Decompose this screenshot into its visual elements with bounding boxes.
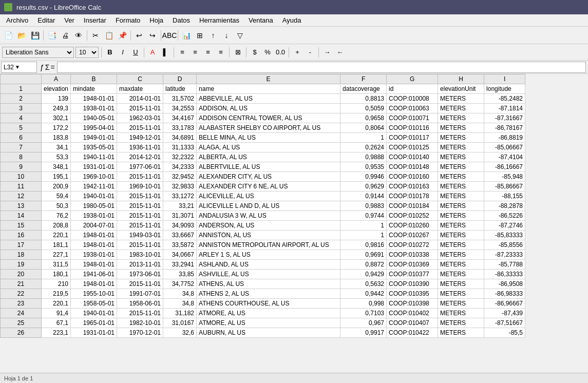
cell[interactable]: 0,7103 bbox=[340, 309, 387, 318]
chart-button[interactable]: 📊 bbox=[180, 29, 193, 42]
sum-icon[interactable]: Σ bbox=[45, 63, 50, 71]
cell[interactable]: 181,1 bbox=[42, 240, 71, 250]
cell[interactable]: 34,8 bbox=[163, 299, 197, 309]
col-header-C[interactable]: C bbox=[117, 74, 163, 84]
menu-formato[interactable]: Formato bbox=[111, 15, 144, 25]
cell[interactable]: 2013-11-01 bbox=[117, 260, 163, 270]
new-button[interactable]: 📄 bbox=[2, 29, 14, 42]
print-button[interactable]: 🖨 bbox=[59, 29, 71, 42]
cell[interactable]: -87,51667 bbox=[484, 318, 525, 328]
cell[interactable]: METERS bbox=[438, 279, 484, 289]
save-button[interactable]: 💾 bbox=[29, 29, 41, 42]
cell[interactable]: 0,967 bbox=[340, 318, 387, 328]
cell[interactable]: 33,6667 bbox=[163, 231, 197, 240]
cell[interactable]: 1931-01-01 bbox=[71, 162, 117, 172]
cell[interactable]: 59,4 bbox=[42, 192, 71, 201]
row-header-10[interactable]: 10 bbox=[1, 172, 42, 182]
cell[interactable]: 32,9833 bbox=[163, 182, 197, 192]
sort-asc-button[interactable]: ↑ bbox=[207, 29, 219, 42]
cell[interactable]: 180,1 bbox=[42, 270, 71, 279]
col-header-A[interactable]: A bbox=[42, 74, 71, 84]
cell[interactable]: -87,439 bbox=[484, 309, 525, 318]
cell[interactable]: 2015-11-01 bbox=[117, 221, 163, 231]
cell[interactable]: longitude bbox=[484, 84, 525, 94]
bold-button[interactable]: B bbox=[104, 47, 116, 58]
cell[interactable]: -85,7788 bbox=[484, 260, 525, 270]
cell[interactable]: -87,1814 bbox=[484, 104, 525, 113]
cell[interactable]: METERS bbox=[438, 289, 484, 299]
cell[interactable]: METERS bbox=[438, 133, 484, 143]
cell[interactable]: COOP:010117 bbox=[387, 133, 438, 143]
row-header-18[interactable]: 18 bbox=[1, 250, 42, 260]
cell[interactable]: 0,9691 bbox=[340, 250, 387, 260]
cell[interactable]: 1940-11-01 bbox=[71, 152, 117, 162]
cell[interactable]: -86,98333 bbox=[484, 289, 525, 299]
cell[interactable]: 2015-11-01 bbox=[117, 240, 163, 250]
row-header-25[interactable]: 25 bbox=[1, 318, 42, 328]
cell[interactable]: -85,2482 bbox=[484, 94, 525, 104]
cell[interactable]: -85,06667 bbox=[484, 143, 525, 152]
highlight-button[interactable]: ▌ bbox=[160, 47, 171, 58]
cell[interactable]: 2015-11-01 bbox=[117, 309, 163, 318]
cell[interactable]: 0,8872 bbox=[340, 260, 387, 270]
cell[interactable]: 33,2941 bbox=[163, 260, 197, 270]
cell[interactable]: 0,9429 bbox=[340, 270, 387, 279]
cell[interactable]: COOP:010148 bbox=[387, 162, 438, 172]
cell[interactable]: 1938-01-01 bbox=[71, 104, 117, 113]
row-header-2[interactable]: 2 bbox=[1, 94, 42, 104]
col-header-B[interactable]: B bbox=[71, 74, 117, 84]
cell[interactable]: 223,1 bbox=[42, 328, 71, 338]
cell[interactable]: ATHENS 2, AL US bbox=[197, 289, 340, 299]
col-header-H[interactable]: H bbox=[438, 74, 484, 84]
cell[interactable]: 91,4 bbox=[42, 309, 71, 318]
row-header-15[interactable]: 15 bbox=[1, 221, 42, 231]
row-header-3[interactable]: 3 bbox=[1, 104, 42, 113]
copy-button[interactable]: 📋 bbox=[103, 29, 115, 42]
align-left-button[interactable]: ≡ bbox=[177, 47, 188, 58]
cell[interactable]: AUBURN, AL US bbox=[197, 328, 340, 338]
cell[interactable]: 76,2 bbox=[42, 211, 71, 221]
cell[interactable]: COOP:010267 bbox=[387, 231, 438, 240]
cell[interactable]: ANDALUSIA 3 W, AL US bbox=[197, 211, 340, 221]
cell[interactable]: 1949-03-01 bbox=[117, 231, 163, 240]
cell[interactable]: 1 bbox=[340, 221, 387, 231]
cell[interactable]: 311,5 bbox=[42, 260, 71, 270]
cell[interactable]: 0,5632 bbox=[340, 279, 387, 289]
pdf-button[interactable]: 📑 bbox=[46, 29, 58, 42]
open-button[interactable]: 📂 bbox=[15, 29, 28, 42]
row-header-8[interactable]: 8 bbox=[1, 152, 42, 162]
row-header-14[interactable]: 14 bbox=[1, 211, 42, 221]
row-header-11[interactable]: 11 bbox=[1, 182, 42, 192]
cell[interactable]: -85,83333 bbox=[484, 231, 525, 240]
percent-button[interactable]: % bbox=[262, 47, 273, 58]
cell[interactable]: 2015-11-01 bbox=[117, 211, 163, 221]
cell[interactable]: 0,2624 bbox=[340, 143, 387, 152]
cell[interactable]: METERS bbox=[438, 211, 484, 221]
row-header-21[interactable]: 21 bbox=[1, 279, 42, 289]
cell[interactable]: METERS bbox=[438, 260, 484, 270]
indent-button[interactable]: → bbox=[321, 47, 333, 58]
cell[interactable]: -86,9508 bbox=[484, 279, 525, 289]
cell[interactable]: 2015-11-01 bbox=[117, 279, 163, 289]
cell[interactable]: 1 bbox=[340, 133, 387, 143]
spellcheck-button[interactable]: ABC bbox=[163, 29, 176, 42]
cell[interactable]: METERS bbox=[438, 299, 484, 309]
cell[interactable]: 34,0667 bbox=[163, 250, 197, 260]
cell[interactable]: -85,5 bbox=[484, 328, 525, 338]
cell[interactable]: 34,7752 bbox=[163, 279, 197, 289]
cell-ref-dropdown-icon[interactable]: ▼ bbox=[15, 64, 20, 70]
cell[interactable]: 2015-11-01 bbox=[117, 104, 163, 113]
cell[interactable]: 1936-11-01 bbox=[117, 143, 163, 152]
paste-button[interactable]: 📌 bbox=[116, 29, 128, 42]
cell[interactable]: 34,4167 bbox=[163, 113, 197, 123]
cell[interactable]: 1973-06-01 bbox=[117, 270, 163, 279]
row-header-19[interactable]: 19 bbox=[1, 260, 42, 270]
cell[interactable]: -87,23333 bbox=[484, 250, 525, 260]
cell[interactable]: ATMORE, AL US bbox=[197, 318, 340, 328]
merge-button[interactable]: ⊠ bbox=[232, 47, 243, 58]
cell[interactable]: ALBERTA, AL US bbox=[197, 152, 340, 162]
cell[interactable]: 0,9442 bbox=[340, 289, 387, 299]
cell[interactable]: METERS bbox=[438, 221, 484, 231]
row-header-22[interactable]: 22 bbox=[1, 289, 42, 299]
cell[interactable]: COOP:010390 bbox=[387, 279, 438, 289]
